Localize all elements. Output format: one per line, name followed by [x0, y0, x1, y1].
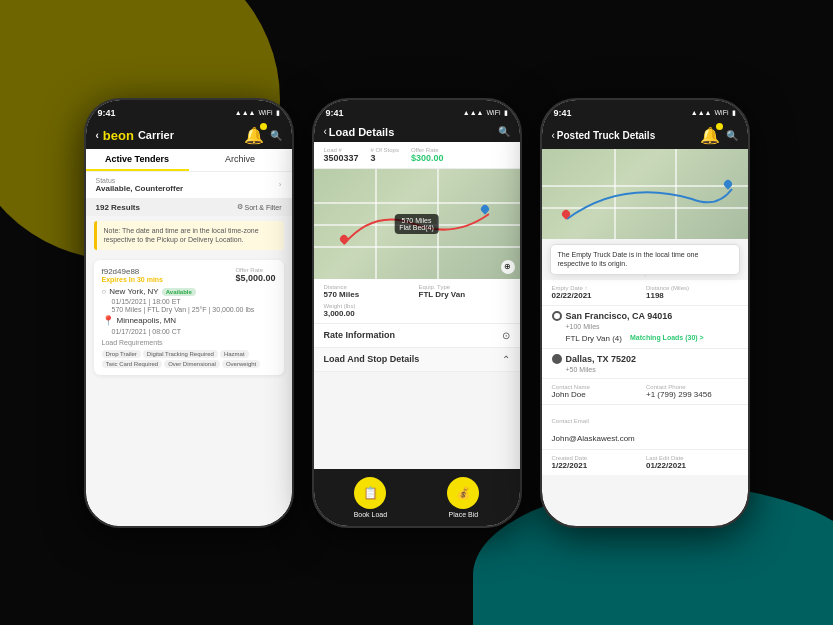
truck-title: Posted Truck Details: [557, 130, 655, 141]
phone-notch-1: [154, 100, 224, 118]
back-arrow-1[interactable]: ‹: [96, 130, 99, 141]
dest-icon: 📍: [102, 315, 114, 326]
tender-origin: New York, NY: [109, 287, 158, 296]
filter-icon: ⚙: [237, 203, 243, 211]
tender-header: f92d49e88 Expires In 30 mins Offer Rate …: [102, 267, 276, 283]
search-icon-1[interactable]: 🔍: [270, 130, 282, 141]
expires-label: Expires In: [102, 276, 135, 283]
battery-icon-1: ▮: [276, 109, 280, 117]
distance-value: 570 Miles: [324, 290, 415, 299]
notice-text: Note: The date and time are in the local…: [104, 226, 277, 246]
tooltip-box: The Empty Truck Date is in the local tim…: [550, 244, 740, 276]
nav-icons-1: 🔔 🔍: [244, 126, 282, 145]
book-load-icon-circle: 📋: [354, 477, 386, 509]
stop-accordion[interactable]: Load And Stop Details ⌃: [314, 348, 520, 372]
dest-sub: +50 Miles: [566, 366, 738, 373]
notification-bell[interactable]: 🔔: [244, 126, 264, 145]
phone-notch-2: [382, 100, 452, 118]
load-map: 570 Miles Flat Bed(4) ⊕: [314, 169, 520, 279]
contact-name-item: Contact Name John Doe: [552, 384, 644, 399]
weight-value: 3,000.00: [324, 309, 415, 318]
contact-email-row: Contact Email John@Alaskawest.com: [542, 405, 748, 450]
phone-notch-3: [610, 100, 680, 118]
rate-accordion[interactable]: Rate Information ⊙: [314, 324, 520, 348]
req-tag-2: Hazmat: [220, 350, 249, 358]
status-filter-content: Status Available, Counteroffer: [96, 177, 184, 193]
results-count: 192 Results: [96, 203, 140, 212]
nav-bar-3: ‹ Posted Truck Details 🔔 🔍: [542, 122, 748, 149]
dest-name: Dallas, TX 75202: [566, 354, 637, 364]
route-detail: 570 Miles | FTL Dry Van | 25°F | 30,000.…: [112, 306, 276, 313]
map-compass: ⊕: [501, 260, 515, 274]
truck-info-grid: Empty Date ↑ 02/22/2021 Distance (Miles)…: [542, 280, 748, 306]
wifi-icon-1: WiFi: [259, 109, 273, 116]
search-icon-3[interactable]: 🔍: [726, 130, 738, 141]
tooltip-text: The Empty Truck Date is in the local tim…: [558, 251, 699, 268]
signal-icon-1: ▲▲▲: [235, 109, 256, 116]
carrier-label: Carrier: [138, 129, 174, 141]
status-filter-row[interactable]: Status Available, Counteroffer ›: [86, 172, 292, 199]
origin-name: San Francisco, CA 94016: [566, 311, 673, 321]
requirements-label: Load Requirements: [102, 339, 276, 346]
origin-type: FTL Dry Van (4): [566, 334, 622, 343]
map-overlay-label: 570 Miles Flat Bed(4): [394, 214, 439, 234]
status-time-2: 9:41: [326, 108, 344, 118]
search-icon-2[interactable]: 🔍: [498, 126, 510, 137]
phone-load-details: 9:41 ▲▲▲ WiFi ▮ ‹ Load Details 🔍 Load #: [312, 98, 522, 528]
dest-dot: [552, 354, 562, 364]
bell-badge-3: [716, 123, 723, 130]
notification-bell-3[interactable]: 🔔: [700, 126, 720, 145]
tab-active-tenders[interactable]: Active Tenders: [86, 149, 189, 171]
req-tag-4: Over Dimensional: [164, 360, 220, 368]
phone-active-tenders: 9:41 ▲▲▲ WiFi ▮ ‹ beon Carrier 🔔: [84, 98, 294, 528]
stops-value: 3: [371, 153, 399, 163]
empty-date-value: 02/22/2021: [552, 291, 644, 300]
map-background: 570 Miles Flat Bed(4) ⊕: [314, 169, 520, 279]
status-arrow: ›: [279, 180, 282, 189]
meta-stops: # Of Stops 3: [371, 147, 399, 163]
stop-section-title: Load And Stop Details: [324, 354, 420, 364]
created-value: 1/22/2021: [552, 461, 644, 470]
req-tag-1: Digital Tracking Required: [143, 350, 218, 358]
bell-badge: [260, 123, 267, 130]
nav-icons-3: 🔔 🔍: [700, 126, 738, 145]
phones-container: 9:41 ▲▲▲ WiFi ▮ ‹ beon Carrier 🔔: [0, 0, 833, 625]
place-bid-btn[interactable]: 💰 Place Bid: [447, 477, 479, 518]
tab-archive[interactable]: Archive: [189, 149, 292, 171]
tabs-row: Active Tenders Archive: [86, 149, 292, 172]
available-badge: Available: [162, 288, 196, 296]
phone-screen-2: 9:41 ▲▲▲ WiFi ▮ ‹ Load Details 🔍 Load #: [314, 100, 520, 526]
origin-type-row: FTL Dry Van (4) Matching Loads (30) >: [566, 332, 738, 343]
status-time-1: 9:41: [98, 108, 116, 118]
contact-grid: Contact Name John Doe Contact Phone +1 (…: [542, 379, 748, 405]
back-btn-2[interactable]: ‹ Load Details: [324, 126, 395, 138]
back-btn-3[interactable]: ‹ Posted Truck Details: [552, 130, 656, 141]
contact-email-label: Contact Email: [552, 418, 589, 424]
notice-box: Note: The date and time are in the local…: [94, 221, 284, 251]
meta-load-num: Load # 3500337: [324, 147, 359, 163]
book-load-icon: 📋: [363, 486, 378, 500]
phone-screen-1: 9:41 ▲▲▲ WiFi ▮ ‹ beon Carrier 🔔: [86, 100, 292, 526]
map-miles: 570 Miles: [402, 217, 432, 224]
req-tag-5: Overweight: [222, 360, 260, 368]
book-load-btn[interactable]: 📋 Book Load: [354, 477, 387, 518]
origin-location: San Francisco, CA 94016 +100 Miles FTL D…: [542, 306, 748, 349]
meta-offer: Offer Rate $300.00: [411, 147, 444, 163]
matching-loads[interactable]: Matching Loads (30) >: [630, 334, 704, 341]
bottom-bar-2: 📋 Book Load 💰 Place Bid: [314, 469, 520, 526]
sort-filter-btn[interactable]: ⚙ Sort & Filter: [237, 203, 282, 211]
truck-distance-value: 1198: [646, 291, 738, 300]
map-type: Flat Bed(4): [399, 224, 434, 231]
dest-header: Dallas, TX 75202: [552, 354, 738, 364]
status-icons-2: ▲▲▲ WiFi ▮: [463, 109, 508, 117]
tender-card: f92d49e88 Expires In 30 mins Offer Rate …: [94, 260, 284, 375]
beon-logo: beon: [103, 128, 134, 143]
edited-value: 01/22/2021: [646, 461, 738, 470]
nav-bar-1: ‹ beon Carrier 🔔 🔍: [86, 122, 292, 149]
req-tag-3: Twic Card Required: [102, 360, 163, 368]
status-time-3: 9:41: [554, 108, 572, 118]
place-bid-icon-circle: 💰: [447, 477, 479, 509]
phone-truck-details: 9:41 ▲▲▲ WiFi ▮ ‹ Posted Truck Details 🔔: [540, 98, 750, 528]
contact-phone-value: +1 (799) 299 3456: [646, 390, 738, 399]
status-icons-3: ▲▲▲ WiFi ▮: [691, 109, 736, 117]
